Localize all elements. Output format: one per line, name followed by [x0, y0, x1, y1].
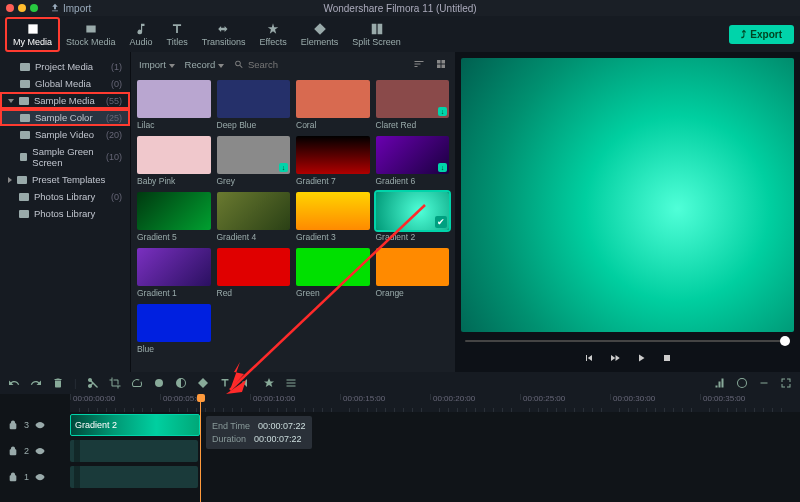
download-icon[interactable] [438, 163, 447, 172]
lock-icon[interactable] [8, 420, 18, 430]
color-swatch-gradient-5[interactable]: Gradient 5 [137, 192, 211, 242]
tab-transitions[interactable]: Transitions [195, 18, 253, 51]
eye-icon[interactable] [35, 472, 45, 482]
swatch-label: Baby Pink [137, 176, 211, 186]
sidebar-item-sample-green-screen[interactable]: Sample Green Screen(10) [0, 143, 130, 171]
zoom-slider-icon[interactable] [758, 377, 770, 389]
delete-icon[interactable] [52, 377, 64, 389]
swatch-label: Gradient 1 [137, 288, 211, 298]
import-dropdown[interactable]: Import [139, 59, 175, 70]
color-swatch-baby-pink[interactable]: Baby Pink [137, 136, 211, 186]
crop-icon[interactable] [109, 377, 121, 389]
split-icon[interactable] [87, 377, 99, 389]
mask-icon[interactable] [175, 377, 187, 389]
export-button[interactable]: Export [729, 25, 794, 44]
folder-icon [17, 176, 27, 184]
sidebar-item-sample-media[interactable]: Sample Media(55) [0, 92, 130, 109]
color-swatch-gradient-7[interactable]: Gradient 7 [296, 136, 370, 186]
timeline-clip-video-1[interactable] [70, 466, 198, 488]
color-swatch-coral[interactable]: Coral [296, 80, 370, 130]
close-dot[interactable] [6, 4, 14, 12]
prev-frame-icon[interactable] [583, 352, 595, 364]
track-icon[interactable] [285, 377, 297, 389]
color-swatch-gradient-4[interactable]: Gradient 4 [217, 192, 291, 242]
tab-titles[interactable]: Titles [160, 18, 195, 51]
color-swatch-gradient-1[interactable]: Gradient 1 [137, 248, 211, 298]
tab-stock-media[interactable]: Stock Media [59, 18, 123, 51]
ruler-tick: 00:00:25:00 [520, 394, 565, 400]
lock-icon[interactable] [8, 472, 18, 482]
tab-effects[interactable]: Effects [252, 18, 293, 51]
download-icon[interactable] [279, 163, 288, 172]
download-icon[interactable] [438, 107, 447, 116]
color-swatch-orange[interactable]: Orange [376, 248, 450, 298]
sort-icon[interactable] [413, 58, 425, 70]
step-back-icon[interactable] [609, 352, 621, 364]
search-field[interactable] [234, 59, 403, 70]
color-swatch-green[interactable]: Green [296, 248, 370, 298]
track-head-2[interactable]: 2 [0, 446, 70, 456]
grid-view-icon[interactable] [435, 58, 447, 70]
sidebar-item-photos-library[interactable]: Photos Library [0, 205, 130, 222]
playhead[interactable] [200, 394, 201, 502]
search-input[interactable] [248, 59, 403, 70]
window-controls[interactable] [6, 4, 38, 12]
preview-canvas[interactable] [461, 58, 794, 332]
marker-icon[interactable] [263, 377, 275, 389]
color-swatch-claret-red[interactable]: Claret Red [376, 80, 450, 130]
track-head-1[interactable]: 1 [0, 472, 70, 482]
sidebar-item-sample-color[interactable]: Sample Color(25) [0, 109, 130, 126]
keyframe-icon[interactable] [197, 377, 209, 389]
eye-icon[interactable] [35, 420, 45, 430]
undo-icon[interactable] [8, 377, 20, 389]
color-swatch-deep-blue[interactable]: Deep Blue [217, 80, 291, 130]
play-icon[interactable] [635, 352, 647, 364]
timeline-ruler[interactable]: 00:00:00:0000:00:05:0000:00:10:0000:00:1… [70, 394, 800, 412]
record-dropdown[interactable]: Record [185, 59, 224, 70]
color-swatch-red[interactable]: Red [217, 248, 291, 298]
timeline[interactable]: 00:00:00:0000:00:05:0000:00:10:0000:00:1… [0, 394, 800, 502]
import-menu-label: Import [63, 3, 91, 14]
mixer-icon[interactable] [714, 377, 726, 389]
preview-scrubber[interactable] [465, 338, 790, 344]
zoom-fit-icon[interactable] [780, 377, 792, 389]
color-swatch-gradient-3[interactable]: Gradient 3 [296, 192, 370, 242]
track-number: 1 [24, 472, 29, 482]
color-swatch-gradient-2[interactable]: Gradient 2 [376, 192, 450, 242]
tab-split-screen[interactable]: Split Screen [345, 18, 408, 51]
timeline-clip-video-2[interactable] [70, 440, 198, 462]
swatch-label: Gradient 3 [296, 232, 370, 242]
sidebar-item-photos-library[interactable]: Photos Library(0) [0, 188, 130, 205]
sidebar-item-project-media[interactable]: Project Media(1) [0, 58, 130, 75]
color-swatch-grey[interactable]: Grey [217, 136, 291, 186]
audio-icon[interactable] [241, 377, 253, 389]
color-icon[interactable] [153, 377, 165, 389]
swatch-label: Gradient 7 [296, 176, 370, 186]
color-swatch-blue[interactable]: Blue [137, 304, 211, 354]
tab-elements[interactable]: Elements [294, 18, 346, 51]
swatch-label: Green [296, 288, 370, 298]
swatch-label: Lilac [137, 120, 211, 130]
media-sidebar: Project Media(1)Global Media(0)Sample Me… [0, 52, 130, 372]
lock-icon[interactable] [8, 446, 18, 456]
min-dot[interactable] [18, 4, 26, 12]
tab-audio[interactable]: Audio [123, 18, 160, 51]
color-swatch-gradient-6[interactable]: Gradient 6 [376, 136, 450, 186]
render-icon[interactable] [736, 377, 748, 389]
sidebar-item-global-media[interactable]: Global Media(0) [0, 75, 130, 92]
ruler-tick: 00:00:30:00 [610, 394, 655, 400]
color-swatch-lilac[interactable]: Lilac [137, 80, 211, 130]
timeline-clip-gradient2[interactable]: Gradient 2 [70, 414, 200, 436]
redo-icon[interactable] [30, 377, 42, 389]
sidebar-item-preset-templates[interactable]: Preset Templates [0, 171, 130, 188]
max-dot[interactable] [30, 4, 38, 12]
eye-icon[interactable] [35, 446, 45, 456]
folder-icon [20, 114, 30, 122]
import-menu[interactable]: Import [50, 3, 91, 14]
sidebar-item-sample-video[interactable]: Sample Video(20) [0, 126, 130, 143]
text-icon[interactable] [219, 377, 231, 389]
speed-icon[interactable] [131, 377, 143, 389]
track-head-3[interactable]: 3 [0, 420, 70, 430]
stop-icon[interactable] [661, 352, 673, 364]
tab-my-media[interactable]: My Media [6, 18, 59, 51]
